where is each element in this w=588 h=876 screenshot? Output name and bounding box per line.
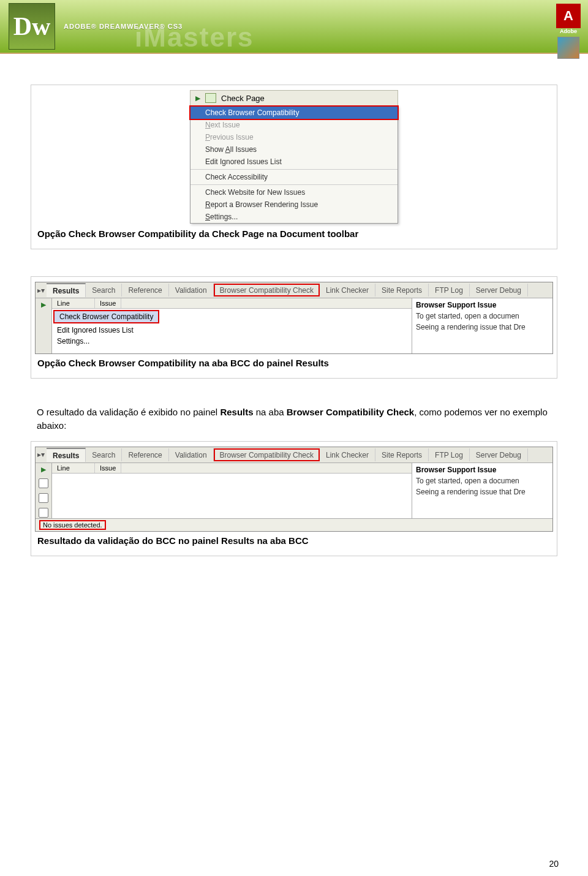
- row-check-browser-compat[interactable]: Check Browser Compatibility: [55, 311, 158, 322]
- figure-1-caption: Opção Check Browser Compatibility da Che…: [37, 228, 551, 239]
- tab-reference[interactable]: Reference: [122, 448, 168, 461]
- highlight-box: Check Browser Compatibility: [189, 105, 399, 120]
- support-line-2: Seeing a rendering issue that Dre: [416, 486, 549, 497]
- panel-side-icons: ▶: [36, 298, 51, 353]
- support-title: Browser Support Issue: [416, 300, 549, 311]
- support-title: Browser Support Issue: [416, 464, 549, 475]
- menu-item-next-issue: Next Issue: [190, 119, 398, 131]
- row-settings[interactable]: Settings...: [52, 336, 412, 347]
- results-panel-2: ▸▾ Results Search Reference Validation B…: [35, 447, 553, 532]
- tab-link-checker[interactable]: Link Checker: [320, 448, 375, 461]
- adobe-box: A Adobe: [556, 4, 581, 59]
- check-page-button[interactable]: ▶ Check Page: [190, 90, 398, 106]
- tab-reference[interactable]: Reference: [122, 284, 168, 296]
- support-issue-pane: Browser Support Issue To get started, op…: [412, 298, 552, 353]
- dropdown-menu: Check Browser Compatibility Next Issue P…: [190, 106, 398, 224]
- col-issue: Issue: [95, 463, 121, 473]
- figure-2-box: ▸▾ Results Search Reference Validation B…: [31, 276, 557, 379]
- figure-3-box: ▸▾ Results Search Reference Validation B…: [31, 441, 557, 556]
- tab-link-checker[interactable]: Link Checker: [320, 284, 375, 296]
- tab-validation[interactable]: Validation: [169, 448, 214, 461]
- info-icon[interactable]: [39, 493, 48, 503]
- check-page-menu: ▶ Check Page Check Browser Compatibility…: [190, 90, 398, 224]
- menu-item-check-website[interactable]: Check Website for New Issues: [190, 186, 398, 198]
- menu-item-report-issue[interactable]: Report a Browser Rendering Issue: [190, 198, 398, 211]
- body-paragraph: O resultado da validação é exibido no pa…: [37, 406, 551, 432]
- tab-server-debug[interactable]: Server Debug: [470, 284, 528, 296]
- menu-item-edit-ignored[interactable]: Edit Ignored Issues List: [190, 156, 398, 168]
- cube-icon: [557, 37, 579, 59]
- figure-3-caption: Resultado da validação do BCC no painel …: [37, 535, 551, 546]
- play-icon[interactable]: ▶: [41, 466, 46, 474]
- adobe-label: Adobe: [556, 28, 581, 34]
- check-page-label: Check Page: [221, 94, 265, 103]
- panel-side-icons: ▶: [36, 463, 51, 518]
- tab-server-debug[interactable]: Server Debug: [470, 448, 528, 461]
- row-edit-ignored[interactable]: Edit Ignored Issues List: [52, 325, 412, 336]
- tab-results[interactable]: Results: [47, 283, 86, 297]
- play-icon[interactable]: ▶: [41, 301, 46, 309]
- expand-icon[interactable]: ▸▾: [36, 450, 47, 459]
- menu-item-check-accessibility[interactable]: Check Accessibility: [190, 171, 398, 183]
- support-line-2: Seeing a rendering issue that Dre: [416, 322, 549, 333]
- status-bar: No issues detected.: [36, 518, 552, 531]
- tab-bcc[interactable]: Browser Compatibility Check: [214, 284, 320, 296]
- menu-item-show-all[interactable]: Show All Issues: [190, 143, 398, 156]
- figure-2-caption: Opção Check Browser Compatibility na aba…: [37, 358, 551, 368]
- save-icon[interactable]: [39, 508, 48, 518]
- support-line-1: To get started, open a documen: [416, 475, 549, 486]
- dreamweaver-logo-icon: Dw: [9, 3, 55, 50]
- tab-ftp-log[interactable]: FTP Log: [429, 284, 470, 296]
- results-tabbar-2: ▸▾ Results Search Reference Validation B…: [36, 447, 552, 463]
- issues-grid-2: Line Issue: [51, 463, 412, 518]
- page-header: Dw ADOBE® DREAMWEAVER® CS3 iMasters A Ad…: [0, 0, 588, 54]
- adobe-logo-icon: A: [556, 4, 581, 28]
- tab-site-reports[interactable]: Site Reports: [375, 448, 429, 461]
- menu-item-check-browser-compat[interactable]: Check Browser Compatibility: [190, 107, 398, 119]
- tab-validation[interactable]: Validation: [169, 284, 214, 296]
- status-text: No issues detected.: [39, 520, 106, 530]
- tab-site-reports[interactable]: Site Reports: [375, 284, 429, 296]
- support-issue-pane-2: Browser Support Issue To get started, op…: [412, 463, 552, 518]
- results-tabbar: ▸▾ Results Search Reference Validation B…: [36, 282, 552, 298]
- menu-item-settings[interactable]: Settings...: [190, 211, 398, 223]
- col-issue: Issue: [95, 298, 121, 308]
- tab-bcc[interactable]: Browser Compatibility Check: [214, 448, 320, 461]
- tab-search[interactable]: Search: [86, 284, 122, 296]
- col-line: Line: [52, 463, 95, 473]
- play-icon: ▶: [195, 94, 200, 102]
- col-line: Line: [52, 298, 95, 308]
- tab-search[interactable]: Search: [86, 448, 122, 461]
- results-panel-1: ▸▾ Results Search Reference Validation B…: [35, 282, 553, 354]
- tab-ftp-log[interactable]: FTP Log: [429, 448, 470, 461]
- tab-results[interactable]: Results: [47, 448, 86, 462]
- figure-1-box: ▶ Check Page Check Browser Compatibility…: [31, 85, 557, 249]
- menu-item-previous-issue: Previous Issue: [190, 131, 398, 143]
- page-check-icon: [205, 93, 216, 103]
- stop-icon[interactable]: [39, 478, 48, 488]
- watermark-text: iMasters: [135, 22, 254, 53]
- support-line-1: To get started, open a documen: [416, 311, 549, 322]
- issues-grid: Line Issue Check Browser Compatibility E…: [51, 298, 412, 353]
- expand-icon[interactable]: ▸▾: [36, 286, 47, 295]
